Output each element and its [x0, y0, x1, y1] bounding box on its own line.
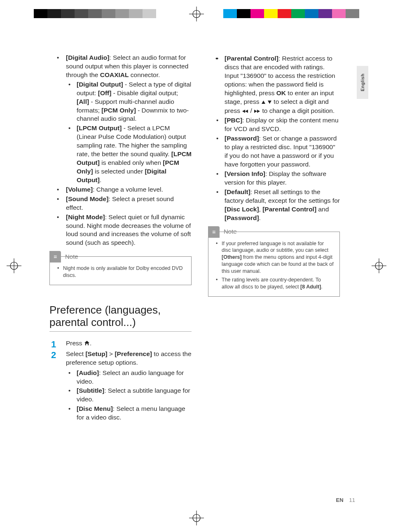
footer-page-number: 11	[349, 497, 355, 503]
item-audio: [Audio]: Select an audio language for vi…	[77, 369, 192, 386]
item-lpcm-output: [LPCM Output] - Select a LPCM (Linear Pu…	[77, 124, 192, 184]
item-pbc: [PBC]: Display or skip the content menu …	[225, 116, 340, 134]
left-column: [Digital Audio]: Select an audio format …	[49, 54, 192, 424]
note-item: Night mode is only available for Dolby e…	[63, 265, 185, 279]
item-default: [Default]: Reset all settings to the fac…	[225, 188, 340, 223]
note-box-right: ≡ Note If your preferred language is not…	[208, 232, 340, 297]
note-title: Note	[224, 227, 237, 236]
item-night-mode: [Night Mode]: Select quiet or full dynam…	[66, 213, 192, 248]
up-arrow-icon	[261, 98, 266, 107]
item-subtitle: [Subtitle]: Select a subtitle language f…	[77, 387, 192, 404]
item-volume: [Volume]: Change a volume level.	[66, 185, 192, 194]
item-disc-menu: [Disc Menu]: Select a menu language for …	[77, 405, 192, 422]
registration-mark-icon	[189, 511, 204, 525]
item-sound-mode: [Sound Mode]: Select a preset sound effe…	[66, 195, 192, 212]
registration-mark-icon	[7, 258, 21, 273]
note-item: If your preferred language is not availa…	[222, 240, 334, 275]
label: [Digital Audio]	[66, 54, 109, 61]
color-calibration-bar	[223, 9, 359, 18]
rewind-icon	[242, 107, 248, 116]
down-arrow-icon	[267, 98, 272, 107]
note-title: Note	[65, 253, 78, 261]
note-box-left: ≡ Note Night mode is only available for …	[49, 256, 192, 285]
step-2: Select [Setup] > [Preference] to access …	[66, 350, 192, 422]
footer-lang: EN	[336, 497, 343, 503]
page-footer: EN 11	[336, 497, 355, 503]
section-heading-preference: Preference (languages, parental control.…	[49, 304, 192, 332]
fast-forward-icon	[254, 107, 260, 116]
step-1: Press .	[66, 339, 192, 348]
item-password: [Password]: Set or change a password to …	[225, 134, 340, 169]
registration-mark-icon	[372, 258, 386, 273]
right-column: [Parental Control]: Restrict access to d…	[208, 54, 340, 424]
note-icon: ≡	[49, 251, 61, 262]
item-version-info: [Version Info]: Display the software ver…	[225, 170, 340, 187]
grayscale-calibration-bar	[34, 9, 170, 18]
item-digital-output: [Digital Output] - Select a type of digi…	[77, 80, 192, 124]
item-digital-audio: [Digital Audio]: Select an audio format …	[66, 54, 192, 185]
page-content: [Digital Audio]: Select an audio format …	[49, 54, 368, 499]
home-icon	[84, 340, 90, 348]
item-parental-control: [Parental Control]: Restrict access to d…	[225, 54, 340, 115]
registration-mark-icon	[189, 7, 204, 21]
note-item: The rating levels are country-dependent.…	[222, 277, 334, 291]
note-icon: ≡	[208, 226, 220, 238]
